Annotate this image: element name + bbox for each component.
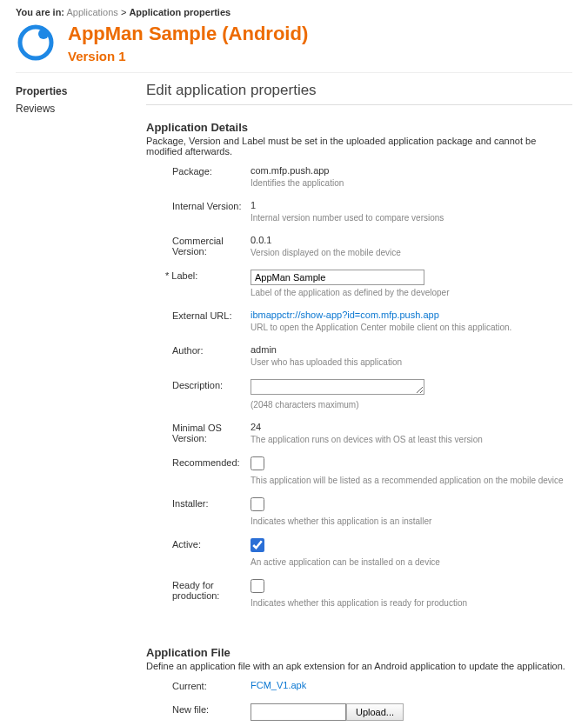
section-details-desc: Package, Version and Label must be set i… — [146, 136, 572, 157]
section-details-title: Application Details — [146, 121, 572, 134]
value-author: admin — [251, 344, 572, 355]
label-commercial-version: Commercial Version: — [146, 235, 251, 256]
value-min-os: 24 — [251, 422, 572, 432]
value-internal-version: 1 — [251, 200, 572, 210]
help-internal-version: Internal version number used to compare … — [251, 213, 572, 223]
help-package: Identifies the application — [251, 178, 572, 188]
input-new-file[interactable] — [251, 703, 346, 721]
link-current-file[interactable]: FCM_V1.apk — [251, 680, 572, 690]
upload-button[interactable]: Upload... — [346, 703, 404, 721]
main-panel: Edit application properties Application … — [146, 82, 572, 726]
app-title: AppMan Sample (Android) — [68, 23, 308, 45]
sidebar-item-reviews[interactable]: Reviews — [16, 103, 120, 115]
help-min-os: The application runs on devices with OS … — [251, 435, 572, 444]
app-logo-icon — [16, 23, 56, 65]
value-package: com.mfp.push.app — [251, 165, 572, 176]
help-description: (2048 characters maximum) — [251, 400, 572, 410]
page-title: Edit application properties — [146, 82, 572, 105]
sidebar: Properties Reviews — [16, 82, 120, 726]
breadcrumb-link-applications[interactable]: Applications — [66, 7, 117, 17]
label-description: Description: — [146, 379, 251, 390]
label-label: * Label: — [146, 270, 251, 281]
value-commercial-version: 0.0.1 — [251, 235, 572, 245]
svg-point-1 — [38, 29, 49, 39]
help-recommended: This application will be listed as a rec… — [251, 476, 572, 485]
label-active: Active: — [146, 538, 251, 549]
help-label: Label of the application as defined by t… — [251, 288, 572, 297]
app-version: Version 1 — [68, 49, 308, 63]
label-min-os: Minimal OS Version: — [146, 422, 251, 443]
breadcrumb-prefix: You are in: — [16, 7, 64, 17]
help-author: User who has uploaded this application — [251, 357, 572, 367]
help-installer: Indicates whether this application is an… — [251, 516, 572, 526]
section-file-desc: Define an application file with an apk e… — [146, 661, 572, 671]
label-recommended: Recommended: — [146, 456, 251, 468]
help-active: An active application can be installed o… — [251, 557, 572, 567]
label-current-file: Current: — [146, 680, 251, 691]
breadcrumb-sep: > — [121, 7, 126, 17]
checkbox-ready[interactable] — [251, 579, 264, 593]
input-label[interactable] — [251, 270, 424, 285]
input-description[interactable] — [251, 379, 424, 395]
label-ready: Ready for production: — [146, 579, 251, 601]
label-author: Author: — [146, 344, 251, 356]
label-external-url: External URL: — [146, 310, 251, 321]
checkbox-recommended[interactable] — [251, 456, 264, 470]
checkbox-active[interactable] — [251, 538, 264, 552]
checkbox-installer[interactable] — [251, 497, 264, 511]
label-new-file: New file: — [146, 703, 251, 715]
help-commercial-version: Version displayed on the mobile device — [251, 248, 572, 257]
label-package: Package: — [146, 165, 251, 177]
app-header: AppMan Sample (Android) Version 1 — [16, 23, 572, 73]
breadcrumb: You are in: Applications > Application p… — [16, 7, 572, 17]
label-installer: Installer: — [146, 497, 251, 509]
help-external-url: URL to open the Application Center mobil… — [251, 323, 572, 332]
section-file-title: Application File — [146, 646, 572, 659]
help-ready: Indicates whether this application is re… — [251, 598, 572, 608]
breadcrumb-current: Application properties — [129, 7, 231, 17]
sidebar-item-properties[interactable]: Properties — [16, 85, 120, 97]
value-external-url[interactable]: ibmappctr://show-app?id=com.mfp.push.app — [251, 310, 572, 320]
label-internal-version: Internal Version: — [146, 200, 251, 211]
